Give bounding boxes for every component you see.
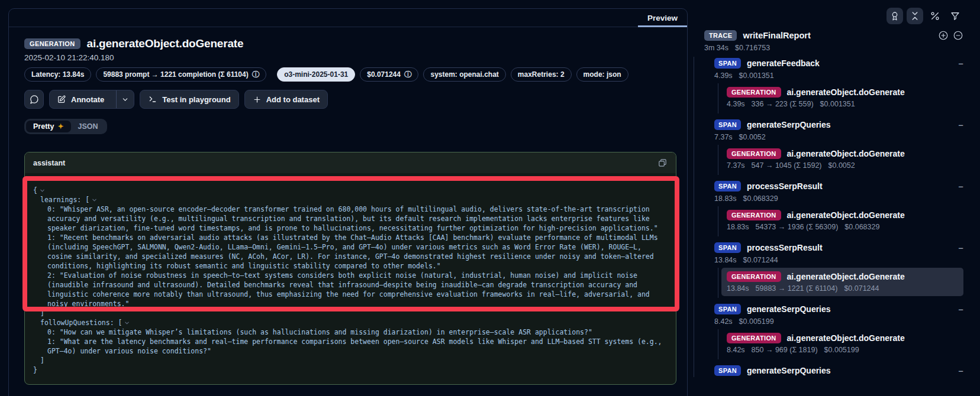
info-icon[interactable]: ⓘ — [404, 71, 412, 79]
generation-tokens: 547 → 1045 (Σ 1592) — [752, 161, 822, 170]
generation-duration: 4.39s — [727, 100, 745, 108]
generation-name: ai.generateObject.doGenerate — [787, 210, 905, 220]
page-title: ai.generateObject.doGenerate — [87, 37, 244, 50]
generation-duration: 18.83s — [727, 223, 749, 231]
generation-tokens: 850 → 969 (Σ 1819) — [752, 346, 818, 354]
pill-label: system: openai.chat — [430, 70, 498, 79]
chevron-down-icon — [121, 96, 129, 103]
tab-preview[interactable]: Preview — [638, 9, 687, 27]
generation-row[interactable]: GENERATION ai.generateObject.doGenerate … — [721, 329, 963, 358]
generation-badge: GENERATION — [727, 210, 781, 220]
terminal-icon — [148, 95, 157, 104]
collapse-all-button[interactable] — [907, 8, 923, 24]
generation-name: ai.generateObject.doGenerate — [787, 87, 905, 97]
span-badge: SPAN — [714, 304, 741, 314]
span-name: generateSerpQueries — [747, 304, 831, 314]
collapse-minus-icon[interactable]: − — [958, 305, 963, 314]
collapse-tree-button[interactable] — [953, 30, 963, 41]
generation-row[interactable]: GENERATION ai.generateObject.doGenerate … — [721, 206, 963, 235]
span-row[interactable]: SPAN processSerpResult − — [714, 180, 963, 193]
generation-row[interactable]: GENERATION ai.generateObject.doGenerate … — [721, 145, 963, 173]
generation-tokens: 336 → 223 (Σ 559) — [752, 100, 814, 108]
span-metrics: 8.42s $0.005199 — [714, 317, 963, 326]
metadata-pill: mode: json — [576, 67, 628, 82]
chevron-down-icon[interactable] — [92, 197, 97, 203]
collapse-minus-icon[interactable]: − — [958, 244, 963, 252]
chat-bubble-icon — [29, 95, 39, 105]
annotate-button[interactable]: Annotate — [49, 90, 134, 109]
annotate-dropdown[interactable] — [116, 90, 134, 108]
span-block: SPAN generateFeedback − 4.39s $0.001351 … — [714, 57, 963, 113]
span-cost: $0.001351 — [739, 72, 774, 80]
generation-cost: $0.005199 — [824, 346, 859, 354]
chevron-down-icon[interactable] — [124, 320, 130, 326]
metadata-pill: 59883 prompt → 1221 completion (Σ 61104)… — [96, 67, 266, 82]
award-icon — [889, 11, 900, 21]
generation-badge: GENERATION — [727, 271, 781, 282]
plus-icon — [253, 95, 262, 104]
span-block: SPAN processSerpResult − 13.84s $0.07124… — [714, 241, 963, 298]
span-duration: 18.83s — [714, 194, 737, 203]
code-line: } — [33, 365, 668, 375]
test-in-playground-button[interactable]: Test in playground — [140, 90, 238, 109]
metadata-pills-row: Latency: 13.84s 59883 prompt → 1221 comp… — [24, 67, 676, 82]
copy-button[interactable] — [657, 158, 668, 168]
comment-button[interactable] — [24, 90, 44, 109]
span-metrics: 4.39s $0.001351 — [714, 72, 963, 80]
trace-tree: SPAN generateFeedback − 4.39s $0.001351 … — [694, 57, 963, 377]
collapse-minus-icon[interactable]: − — [958, 366, 963, 375]
code-line: learnings: [ — [33, 195, 668, 205]
metrics-toggle-button[interactable] — [927, 8, 943, 24]
chevron-down-icon[interactable] — [40, 188, 45, 193]
expand-all-button[interactable] — [938, 30, 949, 41]
add-to-dataset-button[interactable]: Add to dataset — [244, 90, 328, 109]
span-name: generateSerpQueries — [747, 366, 831, 375]
span-badge: SPAN — [714, 119, 741, 130]
span-row[interactable]: SPAN generateFeedback − — [714, 57, 963, 70]
playground-label: Test in playground — [162, 95, 230, 104]
span-duration: 8.42s — [714, 317, 733, 326]
pill-label: $0.071244 — [367, 70, 401, 79]
annotate-label: Annotate — [71, 95, 104, 104]
filter-button[interactable] — [947, 8, 963, 24]
generation-row[interactable]: GENERATION ai.generateObject.doGenerate … — [721, 268, 963, 296]
generation-badge: GENERATION — [727, 333, 781, 343]
generation-badge: GENERATION — [727, 87, 781, 98]
span-metrics: 18.83s $0.068329 — [714, 194, 963, 203]
span-row[interactable]: SPAN processSerpResult − — [714, 241, 963, 254]
collapse-minus-icon[interactable]: − — [958, 121, 963, 129]
span-name: processSerpResult — [747, 243, 823, 252]
tab-json[interactable]: JSON — [71, 121, 105, 132]
span-cost: $0.068329 — [743, 194, 778, 203]
span-row[interactable]: SPAN generateSerpQueries − — [714, 303, 963, 316]
generation-block: GENERATION ai.generateObject.doGenerate … — [718, 83, 963, 113]
span-badge: SPAN — [714, 58, 741, 69]
filter-icon — [950, 11, 960, 21]
span-duration: 13.84s — [714, 256, 737, 264]
generation-duration: 7.37s — [727, 161, 745, 170]
pill-label: mode: json — [584, 70, 621, 79]
span-name: processSerpResult — [747, 181, 823, 191]
generation-metrics: 13.84s 59883 → 1221 (Σ 61104) $0.071244 — [727, 284, 958, 293]
minus-circle-icon — [953, 30, 963, 41]
generation-name: ai.generateObject.doGenerate — [787, 333, 905, 343]
assistant-message-card: assistant { learnings: [ 0: "Whisper ASR… — [24, 152, 676, 385]
span-badge: SPAN — [714, 242, 741, 253]
scores-toggle-button[interactable] — [886, 8, 903, 24]
info-icon[interactable]: ⓘ — [252, 71, 260, 79]
collapse-minus-icon[interactable]: − — [958, 182, 963, 191]
collapse-minus-icon[interactable]: − — [958, 59, 963, 68]
trace-root-row[interactable]: TRACE writeFinalReport — [704, 30, 963, 41]
trace-tree-panel: TRACE writeFinalReport 3m 34s $0.716753 … — [692, 0, 980, 396]
metadata-pill: Latency: 13.84s — [24, 67, 91, 82]
tab-pretty[interactable]: Pretty ✦ — [26, 121, 71, 132]
span-block: SPAN generateSerpQueries − 8.42s $0.0051… — [714, 303, 963, 359]
json-output-block: { learnings: [ 0: "Whisper ASR, an open-… — [25, 173, 676, 384]
generation-row[interactable]: GENERATION ai.generateObject.doGenerate … — [721, 83, 963, 112]
pretty-label: Pretty — [33, 122, 54, 131]
span-row[interactable]: SPAN generateSerpQueries − — [714, 118, 963, 131]
span-name: generateSerpQueries — [747, 120, 831, 129]
span-metrics: 7.37s $0.0052 — [714, 133, 963, 141]
generation-duration: 13.84s — [727, 284, 749, 293]
span-row[interactable]: SPAN generateSerpQueries − — [714, 364, 963, 377]
